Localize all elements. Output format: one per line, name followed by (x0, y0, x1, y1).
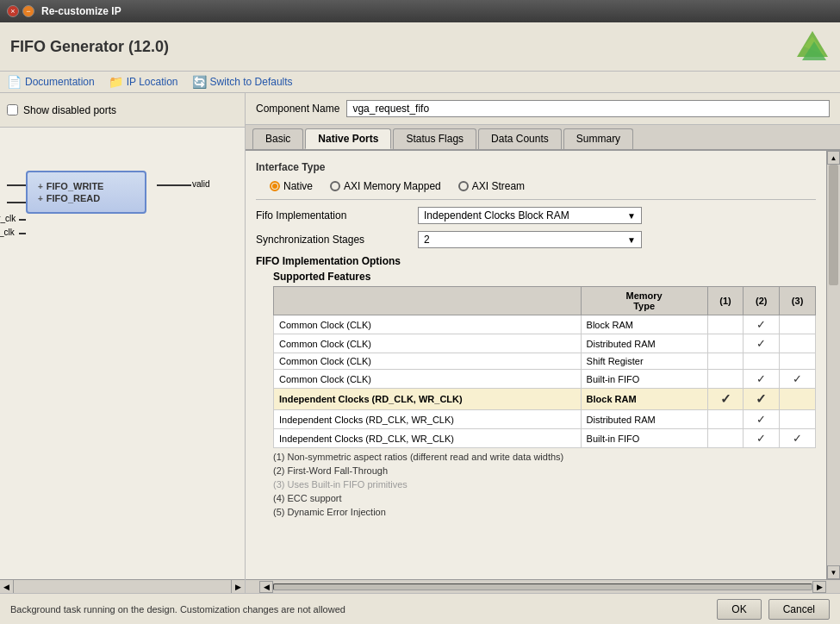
interface-type-title: Interface Type (256, 161, 816, 173)
ip-location-link[interactable]: 📁 IP Location (109, 75, 178, 89)
port-line-read (7, 202, 26, 203)
show-disabled-label: Show disabled ports (23, 104, 116, 116)
scroll-up-btn[interactable]: ▲ (827, 151, 840, 165)
doc-icon: 📄 (7, 75, 22, 89)
tab-status-flags[interactable]: Status Flags (393, 128, 476, 149)
r5c1 (707, 410, 744, 429)
fifo-canvas: wr_clk rd_clk + FIFO_WRITE + FIFO_READ v… (0, 128, 245, 579)
row-memory-3: Built-in FIFO (581, 370, 707, 389)
col-header-2: (2) (744, 287, 780, 315)
r2c3 (780, 353, 816, 370)
right-panel: Component Name Basic Native Ports Status… (246, 93, 840, 593)
table-row: Independent Clocks (RD_CLK, WR_CLK)Distr… (274, 410, 816, 429)
radio-native[interactable]: Native (270, 180, 313, 192)
sync-stages-select[interactable]: 2 ▼ (418, 231, 642, 248)
h-scroll-track-main (273, 583, 812, 590)
app-header: FIFO Generator (12.0) (0, 22, 840, 72)
tab-summary[interactable]: Summary (563, 128, 633, 149)
axi-mapped-label: AXI Memory Mapped (344, 180, 441, 192)
r0c1 (707, 315, 744, 334)
scroll-left-btn[interactable]: ◀ (0, 580, 14, 593)
status-buttons: OK Cancel (717, 599, 830, 620)
tab-native-ports[interactable]: Native Ports (305, 128, 391, 149)
fifo-write-port: + FIFO_WRITE (38, 181, 134, 191)
expand-icon-write: + (38, 182, 43, 191)
r6c2: ✓ (744, 429, 780, 448)
interface-type-radios: Native AXI Memory Mapped AXI Stream (270, 180, 816, 192)
radio-axi-mapped[interactable]: AXI Memory Mapped (330, 180, 441, 192)
row-name-5: Independent Clocks (RD_CLK, WR_CLK) (274, 410, 582, 429)
col-header-3: (3) (780, 287, 816, 315)
left-panel: Show disabled ports wr_clk rd_clk + FIFO… (0, 93, 246, 593)
window-title: Re-customize IP (41, 5, 121, 17)
r3c1 (707, 370, 744, 389)
documentation-link[interactable]: 📄 Documentation (7, 75, 95, 89)
note-1: (2) First-Word Fall-Through (273, 465, 816, 476)
fifo-diagram: wr_clk rd_clk + FIFO_WRITE + FIFO_READ v… (26, 171, 146, 214)
col-header-memory: MemoryType (581, 287, 707, 315)
row-name-0: Common Clock (CLK) (274, 315, 582, 334)
window-controls: × − (7, 5, 34, 17)
close-button[interactable]: × (7, 5, 19, 17)
documentation-label: Documentation (25, 76, 95, 88)
port-line-write (7, 184, 26, 186)
radio-axi-stream[interactable]: AXI Stream (458, 180, 525, 192)
features-title: Supported Features (273, 271, 816, 283)
switch-defaults-link[interactable]: 🔄 Switch to Defaults (192, 75, 293, 89)
r4c2: ✓ (744, 389, 780, 410)
folder-icon: 📁 (109, 75, 123, 89)
minimize-button[interactable]: − (22, 5, 34, 17)
status-message: Background task running on the design. C… (10, 604, 345, 615)
main-layout: Show disabled ports wr_clk rd_clk + FIFO… (0, 93, 840, 593)
r1c1 (707, 334, 744, 353)
r5c2: ✓ (744, 410, 780, 429)
r6c1 (707, 429, 744, 448)
component-name-row: Component Name (246, 93, 840, 125)
native-radio-circle (270, 181, 280, 191)
notes-container: (1) Non-symmetric aspect ratios (differe… (256, 452, 816, 517)
scroll-track (827, 165, 840, 565)
scroll-left-main-btn[interactable]: ◀ (259, 581, 273, 593)
rdclk-label: rd_clk (0, 228, 15, 237)
fifo-impl-arrow: ▼ (627, 211, 636, 221)
table-row: Common Clock (CLK)Distributed RAM✓ (274, 334, 816, 353)
valid-label: valid (192, 179, 210, 189)
r0c3 (780, 315, 816, 334)
logo-icon (795, 29, 830, 64)
r4c3 (780, 389, 816, 410)
table-row: Common Clock (CLK)Block RAM✓ (274, 315, 816, 334)
table-row: Common Clock (CLK)Built-in FIFO✓✓ (274, 370, 816, 389)
row-memory-0: Block RAM (581, 315, 707, 334)
scroll-thumb[interactable] (829, 165, 838, 285)
sync-stages-value: 2 (424, 234, 430, 246)
col-header-1: (1) (707, 287, 744, 315)
axi-stream-label: AXI Stream (472, 180, 525, 192)
r3c2: ✓ (744, 370, 780, 389)
app-title: FIFO Generator (12.0) (10, 38, 169, 56)
r5c3 (780, 410, 816, 429)
content-scroll: Interface Type Native AXI Memory Mapped … (246, 151, 826, 579)
fifo-block: + FIFO_WRITE + FIFO_READ (26, 171, 146, 214)
horizontal-scrollbar: ◀ ▶ (246, 579, 840, 593)
scroll-down-btn[interactable]: ▼ (827, 565, 840, 579)
scroll-right-main-btn[interactable]: ▶ (812, 581, 826, 593)
tabs-row: Basic Native Ports Status Flags Data Cou… (246, 125, 840, 151)
cancel-button[interactable]: Cancel (768, 599, 830, 620)
fifo-impl-select[interactable]: Independent Clocks Block RAM ▼ (418, 207, 642, 224)
row-memory-6: Built-in FIFO (581, 429, 707, 448)
r1c3 (780, 334, 816, 353)
show-disabled-checkbox[interactable] (7, 104, 18, 115)
fifo-impl-row: Fifo Implementation Independent Clocks B… (256, 207, 816, 224)
ok-button[interactable]: OK (717, 599, 761, 620)
fifo-impl-value: Independent Clocks Block RAM (424, 209, 569, 222)
component-name-input[interactable] (346, 100, 830, 117)
row-name-2: Common Clock (CLK) (274, 353, 582, 370)
tab-basic[interactable]: Basic (252, 128, 303, 149)
wrclk-label: wr_clk (0, 214, 16, 223)
sync-stages-row: Synchronization Stages 2 ▼ (256, 231, 816, 248)
scroll-right-btn[interactable]: ▶ (231, 580, 245, 593)
r3c3: ✓ (780, 370, 816, 389)
expand-icon-read: + (38, 194, 43, 203)
row-memory-2: Shift Register (581, 353, 707, 370)
tab-data-counts[interactable]: Data Counts (478, 128, 562, 149)
